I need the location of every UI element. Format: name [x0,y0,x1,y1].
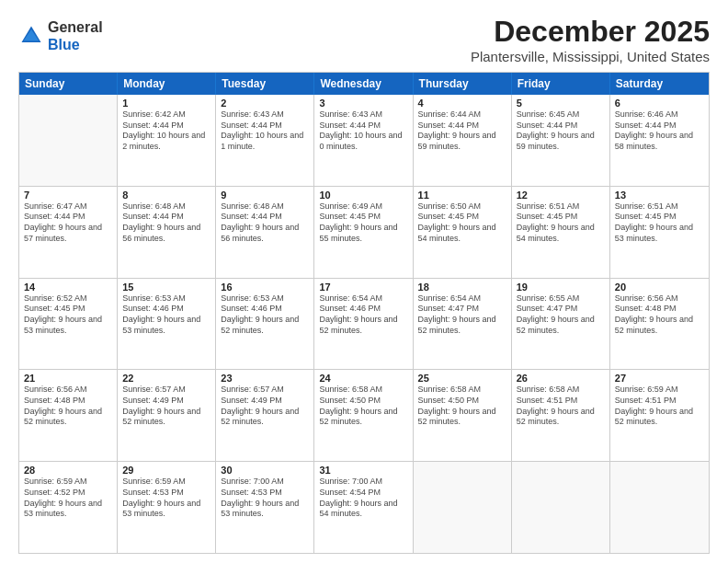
cell-day-number: 19 [517,282,605,293]
cell-info: Sunrise: 6:46 AM Sunset: 4:44 PM Dayligh… [615,109,704,153]
cell-day-number: 3 [319,98,407,109]
calendar-cell: 24Sunrise: 6:58 AM Sunset: 4:50 PM Dayli… [314,370,413,461]
cell-info: Sunrise: 6:52 AM Sunset: 4:45 PM Dayligh… [24,293,112,337]
cell-info: Sunrise: 6:48 AM Sunset: 4:44 PM Dayligh… [221,201,309,245]
cell-day-number: 28 [24,465,112,476]
logo: General Blue [18,18,103,53]
calendar-cell: 25Sunrise: 6:58 AM Sunset: 4:50 PM Dayli… [414,370,512,461]
calendar-cell: 9Sunrise: 6:48 AM Sunset: 4:44 PM Daylig… [216,187,314,278]
calendar-row-3: 21Sunrise: 6:56 AM Sunset: 4:48 PM Dayli… [19,369,709,461]
calendar-cell: 11Sunrise: 6:50 AM Sunset: 4:45 PM Dayli… [414,187,512,278]
cell-info: Sunrise: 6:58 AM Sunset: 4:51 PM Dayligh… [517,385,605,428]
calendar-cell: 15Sunrise: 6:53 AM Sunset: 4:46 PM Dayli… [118,279,216,370]
calendar-cell: 22Sunrise: 6:57 AM Sunset: 4:49 PM Dayli… [118,370,216,461]
cell-info: Sunrise: 7:00 AM Sunset: 4:53 PM Dayligh… [221,477,309,520]
cell-day-number: 30 [221,465,309,476]
cell-day-number: 24 [319,373,407,384]
cell-day-number: 6 [615,98,704,109]
main-title: December 2025 [471,15,710,49]
calendar-row-2: 14Sunrise: 6:52 AM Sunset: 4:45 PM Dayli… [19,278,709,370]
header: General Blue December 2025 Plantersville… [18,15,710,64]
cell-day-number: 17 [319,282,407,293]
calendar-cell [610,462,709,553]
calendar-cell: 29Sunrise: 6:59 AM Sunset: 4:53 PM Dayli… [118,462,216,553]
calendar-cell [414,462,512,553]
cell-info: Sunrise: 6:57 AM Sunset: 4:49 PM Dayligh… [221,385,309,428]
cell-info: Sunrise: 6:59 AM Sunset: 4:52 PM Dayligh… [24,477,112,520]
cell-info: Sunrise: 6:54 AM Sunset: 4:47 PM Dayligh… [418,293,506,337]
cell-info: Sunrise: 6:55 AM Sunset: 4:47 PM Dayligh… [517,293,605,337]
cell-day-number: 29 [122,465,210,476]
calendar-cell: 27Sunrise: 6:59 AM Sunset: 4:51 PM Dayli… [610,370,709,461]
cell-day-number: 31 [319,465,407,476]
cell-day-number: 26 [517,373,605,384]
calendar-cell: 6Sunrise: 6:46 AM Sunset: 4:44 PM Daylig… [610,95,709,186]
cell-day-number: 23 [221,373,309,384]
subtitle: Plantersville, Mississippi, United State… [471,49,710,64]
cell-info: Sunrise: 6:44 AM Sunset: 4:44 PM Dayligh… [418,109,506,153]
calendar-cell: 16Sunrise: 6:53 AM Sunset: 4:46 PM Dayli… [216,279,314,370]
cell-info: Sunrise: 6:54 AM Sunset: 4:46 PM Dayligh… [319,293,407,337]
calendar-cell: 31Sunrise: 7:00 AM Sunset: 4:54 PM Dayli… [314,462,413,553]
cell-info: Sunrise: 6:47 AM Sunset: 4:44 PM Dayligh… [24,201,112,245]
cell-info: Sunrise: 6:59 AM Sunset: 4:53 PM Dayligh… [122,477,210,520]
calendar-cell: 17Sunrise: 6:54 AM Sunset: 4:46 PM Dayli… [314,279,413,370]
calendar-cell: 2Sunrise: 6:43 AM Sunset: 4:44 PM Daylig… [216,95,314,186]
cell-info: Sunrise: 6:56 AM Sunset: 4:48 PM Dayligh… [24,385,112,428]
logo-blue-text: Blue [48,37,80,52]
cell-day-number: 2 [221,98,309,109]
header-day-friday: Friday [512,73,610,95]
cell-day-number: 9 [221,190,309,201]
cell-day-number: 27 [615,373,704,384]
calendar-cell: 3Sunrise: 6:43 AM Sunset: 4:44 PM Daylig… [314,95,413,186]
cell-day-number: 16 [221,282,309,293]
calendar-cell: 10Sunrise: 6:49 AM Sunset: 4:45 PM Dayli… [314,187,413,278]
cell-info: Sunrise: 6:56 AM Sunset: 4:48 PM Dayligh… [615,293,704,337]
calendar-cell: 18Sunrise: 6:54 AM Sunset: 4:47 PM Dayli… [414,279,512,370]
logo-general-text: General [48,19,103,35]
cell-info: Sunrise: 6:57 AM Sunset: 4:49 PM Dayligh… [122,385,210,428]
cell-day-number: 15 [122,282,210,293]
cell-day-number: 7 [24,190,112,201]
calendar-cell: 13Sunrise: 6:51 AM Sunset: 4:45 PM Dayli… [610,187,709,278]
calendar-cell: 21Sunrise: 6:56 AM Sunset: 4:48 PM Dayli… [19,370,118,461]
calendar-cell: 19Sunrise: 6:55 AM Sunset: 4:47 PM Dayli… [512,279,610,370]
cell-info: Sunrise: 6:51 AM Sunset: 4:45 PM Dayligh… [517,201,605,245]
calendar-cell: 14Sunrise: 6:52 AM Sunset: 4:45 PM Dayli… [19,279,118,370]
calendar-cell: 1Sunrise: 6:42 AM Sunset: 4:44 PM Daylig… [118,95,216,186]
cell-info: Sunrise: 6:43 AM Sunset: 4:44 PM Dayligh… [319,109,407,153]
page: General Blue December 2025 Plantersville… [0,0,728,563]
cell-day-number: 8 [122,190,210,201]
cell-day-number: 4 [418,98,506,109]
header-day-thursday: Thursday [414,73,512,95]
cell-info: Sunrise: 6:51 AM Sunset: 4:45 PM Dayligh… [615,201,704,245]
calendar-cell: 12Sunrise: 6:51 AM Sunset: 4:45 PM Dayli… [512,187,610,278]
calendar-cell: 23Sunrise: 6:57 AM Sunset: 4:49 PM Dayli… [216,370,314,461]
title-block: December 2025 Plantersville, Mississippi… [471,15,710,64]
cell-info: Sunrise: 6:58 AM Sunset: 4:50 PM Dayligh… [319,385,407,428]
cell-info: Sunrise: 6:49 AM Sunset: 4:45 PM Dayligh… [319,201,407,245]
calendar-cell: 20Sunrise: 6:56 AM Sunset: 4:48 PM Dayli… [610,279,709,370]
calendar-row-4: 28Sunrise: 6:59 AM Sunset: 4:52 PM Dayli… [19,461,709,553]
calendar-cell: 30Sunrise: 7:00 AM Sunset: 4:53 PM Dayli… [216,462,314,553]
cell-day-number: 18 [418,282,506,293]
cell-day-number: 11 [418,190,506,201]
cell-day-number: 21 [24,373,112,384]
cell-info: Sunrise: 6:53 AM Sunset: 4:46 PM Dayligh… [221,293,309,337]
cell-day-number: 25 [418,373,506,384]
cell-day-number: 20 [615,282,704,293]
cell-info: Sunrise: 6:48 AM Sunset: 4:44 PM Dayligh… [122,201,210,245]
cell-info: Sunrise: 7:00 AM Sunset: 4:54 PM Dayligh… [319,477,407,520]
cell-day-number: 5 [517,98,605,109]
cell-info: Sunrise: 6:42 AM Sunset: 4:44 PM Dayligh… [122,109,210,153]
header-day-tuesday: Tuesday [216,73,314,95]
cell-day-number: 14 [24,282,112,293]
calendar-cell: 4Sunrise: 6:44 AM Sunset: 4:44 PM Daylig… [414,95,512,186]
header-day-wednesday: Wednesday [314,73,413,95]
calendar-row-1: 7Sunrise: 6:47 AM Sunset: 4:44 PM Daylig… [19,186,709,278]
calendar-row-0: 1Sunrise: 6:42 AM Sunset: 4:44 PM Daylig… [19,95,709,186]
calendar-cell: 26Sunrise: 6:58 AM Sunset: 4:51 PM Dayli… [512,370,610,461]
calendar-cell: 7Sunrise: 6:47 AM Sunset: 4:44 PM Daylig… [19,187,118,278]
calendar-cell: 5Sunrise: 6:45 AM Sunset: 4:44 PM Daylig… [512,95,610,186]
cell-day-number: 13 [615,190,704,201]
